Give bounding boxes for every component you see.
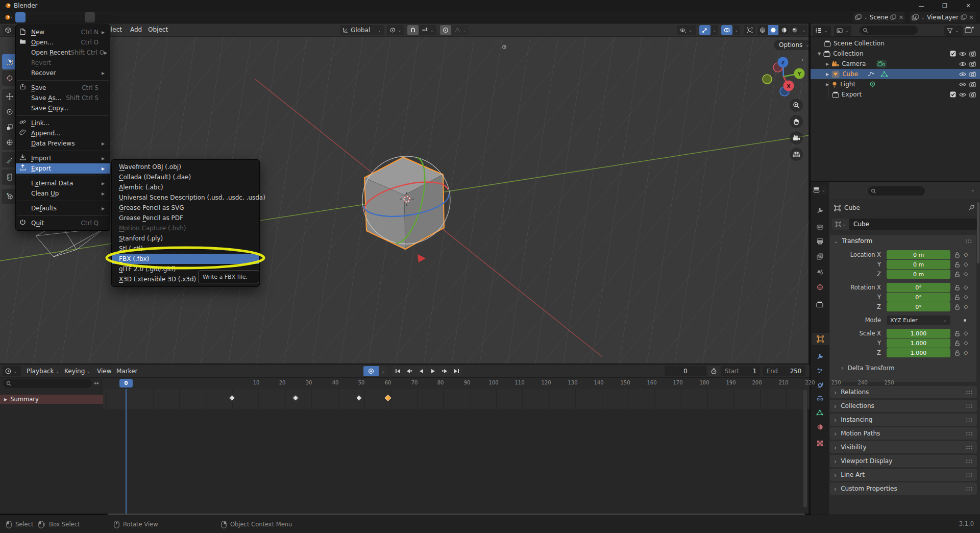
workspace-tab[interactable] <box>96 12 106 22</box>
lock-icon[interactable] <box>953 350 961 356</box>
new-viewlayer-icon[interactable] <box>961 14 967 20</box>
outliner-row-light[interactable]: ▶ Light <box>811 79 980 89</box>
tab-render[interactable] <box>813 221 826 233</box>
properties-search-input[interactable] <box>868 186 925 196</box>
render-visibility-icon[interactable] <box>969 51 976 57</box>
proportional-editing-toggle[interactable] <box>440 25 451 35</box>
minimize-button[interactable]: — <box>910 0 933 11</box>
tab-tool[interactable] <box>813 204 826 216</box>
disclosure-triangle-icon[interactable]: ▶ <box>4 397 7 402</box>
playhead[interactable] <box>126 389 127 514</box>
value-field[interactable]: 0° <box>887 302 950 311</box>
keyframe-diamond[interactable] <box>356 395 362 401</box>
axis-neg-y[interactable] <box>763 75 772 84</box>
transform-orientation-dropdown[interactable]: Global ⌄ <box>340 25 384 35</box>
eye-visibility-icon[interactable] <box>959 71 966 77</box>
pin-icon[interactable] <box>968 204 975 211</box>
lock-icon[interactable] <box>953 285 961 290</box>
keyframe-diamond-icon[interactable]: ◇ <box>964 250 968 259</box>
keyframe-diamond-icon[interactable]: ◇ <box>964 283 968 292</box>
keying-menu[interactable]: Keying⌄ <box>64 368 90 375</box>
delta-transform-row[interactable]: › Delta Transform <box>830 362 976 374</box>
options-button[interactable]: Options ⌄ <box>774 40 810 50</box>
channel-search-input[interactable] <box>3 379 92 388</box>
file-menu-item[interactable]: Save Ctrl S <box>16 83 110 93</box>
workspace-tab[interactable] <box>186 12 196 22</box>
lock-icon[interactable] <box>953 331 961 336</box>
file-menu-item[interactable]: Quit Ctrl Q <box>16 218 110 228</box>
workspace-tab[interactable] <box>141 12 151 22</box>
pivot-point-dropdown[interactable]: ⌄ <box>387 25 404 35</box>
export-format-item[interactable]: Stl (.stl) <box>112 244 259 254</box>
id-type-dropdown[interactable]: ⌄ <box>832 219 849 230</box>
outliner-row-scene-collection[interactable]: Scene Collection <box>811 38 980 49</box>
lock-icon[interactable] <box>953 262 961 268</box>
workspace-tab[interactable] <box>175 12 185 22</box>
outliner-row-cube[interactable]: ▶ Cube <box>811 69 980 79</box>
tab-constraints[interactable] <box>813 392 826 404</box>
expand-channels-icon[interactable]: ↔ <box>94 380 99 386</box>
disclosure-triangle-icon[interactable]: ▶ <box>826 62 829 66</box>
tab-object[interactable] <box>812 333 829 345</box>
value-field[interactable]: 0 m <box>887 270 950 279</box>
panel-drag-handle[interactable] <box>966 431 973 436</box>
tab-particles[interactable] <box>813 365 826 377</box>
workspace-tab[interactable] <box>208 12 218 22</box>
panel-drag-handle[interactable] <box>966 390 973 395</box>
collapsed-panel[interactable]: Relations <box>830 386 977 398</box>
current-frame-badge[interactable]: 0 <box>119 379 133 387</box>
menu-button[interactable] <box>66 12 77 22</box>
collapsed-panel[interactable]: Instancing <box>830 414 977 426</box>
marker-menu[interactable]: Marker <box>116 368 137 375</box>
tab-material[interactable] <box>813 421 826 433</box>
unlink-scene-icon[interactable]: × <box>898 14 903 21</box>
render-visibility-icon[interactable] <box>969 92 976 98</box>
jump-to-end-button[interactable] <box>451 366 462 376</box>
frame-end-field[interactable]: End250 <box>763 366 805 376</box>
overlays-dropdown[interactable]: ⌄ <box>733 25 740 35</box>
summary-channel[interactable]: ▶ Summary <box>0 395 103 404</box>
file-menu-item[interactable]: Clean Up <box>16 188 110 199</box>
panel-drag-handle[interactable] <box>966 418 973 422</box>
render-visibility-icon[interactable] <box>969 82 976 87</box>
properties-scrollbar[interactable] <box>977 202 979 263</box>
workspace-tab[interactable] <box>118 12 129 22</box>
eye-visibility-icon[interactable] <box>959 51 966 57</box>
file-menu-item[interactable]: External Data <box>16 178 110 188</box>
maximize-button[interactable]: ❐ <box>933 0 957 11</box>
menu-button[interactable] <box>36 12 46 22</box>
auto-keyframe-toggle[interactable] <box>363 366 379 376</box>
chevron-down-icon[interactable]: ⌄ <box>971 187 975 192</box>
snap-with-dropdown[interactable]: ⌄ <box>419 25 436 35</box>
render-visibility-icon[interactable] <box>969 71 976 77</box>
timeline-ruler[interactable]: 1020304050607080901001101201301401501601… <box>103 378 810 389</box>
menu-button[interactable] <box>15 12 26 22</box>
object-visibility-dropdown[interactable]: ⌄ <box>677 25 696 35</box>
file-menu-item[interactable]: Save Copy... <box>16 103 110 113</box>
workspace-tab[interactable] <box>197 12 207 22</box>
shading-rendered-button[interactable] <box>790 25 800 35</box>
outliner-row-camera[interactable]: ▶ Camera <box>811 59 980 69</box>
checkbox-checked-icon[interactable] <box>950 51 956 57</box>
file-menu-item[interactable]: Export <box>16 163 110 174</box>
keying-set-dropdown[interactable]: ⌄ <box>379 366 387 376</box>
add-menu[interactable]: Add <box>130 26 142 33</box>
viewlayer-selector[interactable]: ⌄ ViewLayer × <box>910 12 976 22</box>
disclosure-triangle-icon[interactable]: ▶ <box>826 72 829 77</box>
new-scene-icon[interactable] <box>890 14 896 20</box>
panel-drag-handle[interactable] <box>966 459 973 464</box>
snap-toggle[interactable] <box>407 25 419 35</box>
shading-wireframe-button[interactable] <box>757 25 768 35</box>
remove-viewlayer-icon[interactable]: × <box>969 14 974 21</box>
tab-view-layer[interactable] <box>813 250 826 262</box>
lock-icon[interactable] <box>953 295 961 300</box>
file-menu-item[interactable]: Defaults <box>16 203 110 213</box>
file-menu-item[interactable]: Link... <box>16 118 110 128</box>
value-field[interactable]: 0 m <box>887 260 950 269</box>
camera-view-icon[interactable] <box>790 131 803 144</box>
file-menu-item[interactable]: Revert <box>16 58 110 68</box>
next-keyframe-button[interactable] <box>439 366 450 376</box>
keyframe-diamond-icon[interactable]: ◇ <box>964 270 968 279</box>
previous-keyframe-button[interactable] <box>404 366 415 376</box>
export-format-item[interactable]: Wavefront OBJ (.obj) <box>112 162 259 172</box>
